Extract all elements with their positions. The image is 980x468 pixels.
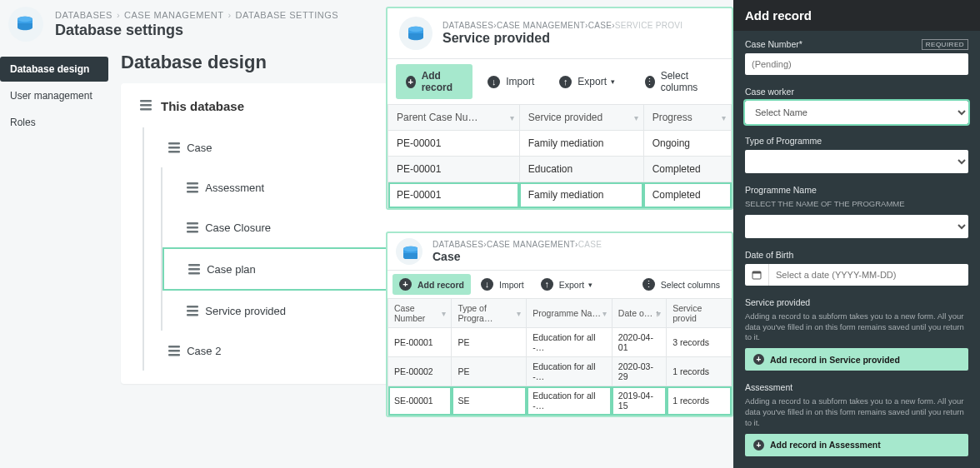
nav-roles[interactable]: Roles — [0, 110, 108, 135]
add-record-drawer: Add record Case Number*REQUIRED Case wor… — [733, 0, 980, 468]
import-icon: ↓ — [488, 76, 500, 88]
columns-icon: ⋮ — [642, 278, 655, 291]
export-button[interactable]: ↑Export▾ — [534, 274, 599, 295]
filter-icon[interactable]: ▾ — [442, 309, 446, 318]
caret-down-icon: ▾ — [588, 281, 592, 289]
this-database-label: This database — [161, 99, 244, 113]
columns-icon: ⋮ — [645, 76, 655, 88]
service-table: Parent Case Nu…▾ Service provided▾ Progr… — [388, 104, 732, 208]
plus-icon: + — [399, 278, 412, 291]
import-button[interactable]: ↓Import — [474, 274, 531, 295]
nav-database-design[interactable]: Database design — [0, 57, 108, 82]
caret-down-icon: ▾ — [611, 77, 615, 86]
db-logo — [8, 7, 43, 42]
programme-name-hint: SELECT THE NAME OF THE PROGRAMME — [745, 199, 968, 210]
nav-user-management[interactable]: User management — [0, 83, 108, 108]
col-header[interactable]: Parent Case Nu…▾ — [388, 105, 520, 131]
plus-icon: + — [753, 354, 764, 365]
required-badge: REQUIRED — [922, 39, 968, 50]
case-worker-label: Case worker — [745, 87, 968, 97]
table-row[interactable]: SE-00001SEEducation for all -…2019-04-15… — [388, 386, 732, 416]
col-header[interactable]: Date o… ↑▾ — [612, 299, 666, 328]
table-row[interactable]: PE-00001Family mediationOngoing — [388, 131, 732, 157]
page-title: Database settings — [55, 22, 338, 39]
filter-icon[interactable]: ▾ — [517, 309, 521, 318]
import-button[interactable]: ↓Import — [478, 70, 544, 94]
table-row[interactable]: PE-00001PEEducation for all -…2020-04-01… — [388, 328, 732, 357]
col-header[interactable]: Case Number▾ — [388, 299, 452, 328]
case-number-label: Case Number*REQUIRED — [745, 39, 968, 49]
service-provided-label: Service provided — [745, 297, 968, 307]
programme-name-select[interactable] — [745, 215, 968, 238]
db-logo-icon — [399, 17, 432, 50]
dob-label: Date of Birth — [745, 250, 968, 260]
filter-icon[interactable]: ▾ — [602, 309, 607, 318]
breadcrumb[interactable]: DATABASES›CASE MANAGEMENT›DATABASE SETTI… — [55, 10, 338, 20]
db-logo-icon — [396, 238, 422, 265]
programme-name-label: Programme Name — [745, 185, 968, 195]
add-record-service-button[interactable]: +Add record in Service provided — [745, 348, 968, 371]
table-row[interactable]: PE-00001EducationCompleted — [388, 157, 732, 182]
add-record-assessment-button[interactable]: +Add record in Assessment — [745, 434, 968, 456]
filter-icon[interactable]: ▾ — [657, 309, 661, 318]
add-record-button[interactable]: +Add record — [396, 64, 472, 99]
plus-icon: + — [406, 76, 416, 88]
case-table: Case Number▾ Type of Progra…▾ Programme … — [388, 298, 732, 416]
calendar-icon[interactable] — [745, 264, 769, 286]
col-header[interactable]: Service provid — [667, 299, 732, 328]
svg-rect-6 — [752, 271, 761, 274]
breadcrumb[interactable]: DATABASES›CASE MANAGEMENT›CASE — [432, 240, 602, 249]
export-icon: ↑ — [541, 278, 553, 291]
filter-icon[interactable]: ▾ — [634, 113, 638, 122]
form-icon — [138, 97, 152, 116]
table-row[interactable]: PE-00001Family mediationCompleted — [388, 182, 732, 208]
case-number-input[interactable] — [745, 53, 968, 75]
table-row[interactable]: PE-00002PEEducation for all -…2020-03-29… — [388, 357, 732, 386]
programme-type-select[interactable] — [745, 150, 968, 173]
breadcrumb[interactable]: DATABASES›CASE MANAGEMENT›CASE›SERVICE P… — [442, 21, 682, 30]
add-record-button[interactable]: +Add record — [392, 274, 471, 295]
export-button[interactable]: ↑Export▾ — [549, 70, 625, 94]
export-icon: ↑ — [559, 76, 572, 88]
col-header[interactable]: Service provided▾ — [519, 105, 643, 131]
drawer-title: Add record — [733, 0, 980, 31]
plus-icon: + — [753, 440, 764, 451]
side-nav: Database design User management Roles — [0, 48, 108, 401]
assessment-label: Assessment — [745, 382, 968, 392]
dob-input[interactable] — [769, 264, 968, 286]
col-header[interactable]: Programme Na…▾ — [527, 299, 612, 328]
select-columns-button[interactable]: ⋮Select columns — [635, 64, 723, 99]
subform-hint: Adding a record to a subform takes you t… — [745, 396, 968, 428]
select-columns-button[interactable]: ⋮Select columns — [636, 274, 727, 295]
col-header[interactable]: Type of Progra…▾ — [452, 299, 527, 328]
col-header[interactable]: Progress▾ — [643, 105, 731, 131]
filter-icon[interactable]: ▾ — [510, 113, 514, 122]
case-worker-select[interactable]: Select Name — [745, 101, 968, 124]
panel-title: Service provided — [442, 31, 682, 46]
subform-hint: Adding a record to a subform takes you t… — [745, 311, 968, 343]
panel-case: DATABASES›CASE MANAGEMENT›CASE Case +Add… — [386, 232, 733, 417]
programme-type-label: Type of Programme — [745, 136, 968, 146]
panel-service-provided: DATABASES›CASE MANAGEMENT›CASE›SERVICE P… — [386, 7, 733, 210]
panel-title: Case — [432, 250, 602, 263]
filter-icon[interactable]: ▾ — [722, 113, 726, 122]
import-icon: ↓ — [481, 278, 493, 291]
